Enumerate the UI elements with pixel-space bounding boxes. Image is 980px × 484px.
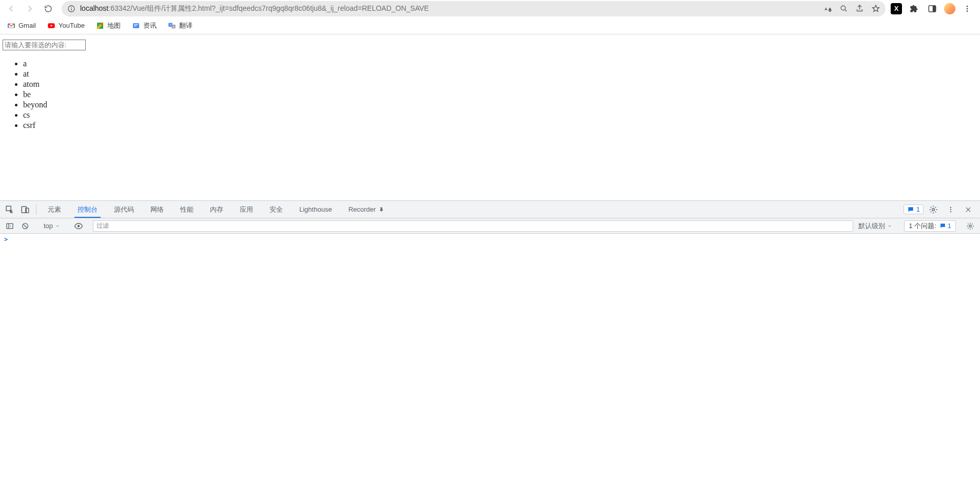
context-selector[interactable]: top xyxy=(40,222,64,230)
forward-button[interactable] xyxy=(22,2,38,16)
zoom-icon[interactable] xyxy=(839,4,848,13)
side-panel-icon xyxy=(928,4,937,13)
eye-icon xyxy=(74,221,83,231)
bookmark-label: YouTube xyxy=(59,22,85,29)
issues-count: 1 xyxy=(948,222,951,230)
devtools-close-button[interactable] xyxy=(960,206,976,213)
svg-point-8 xyxy=(967,8,968,9)
chevron-down-icon xyxy=(55,224,60,229)
bookmark-label: 资讯 xyxy=(143,21,157,30)
tab-lighthouse[interactable]: Lighthouse xyxy=(291,201,340,218)
device-icon xyxy=(21,205,30,214)
chevron-down-icon xyxy=(887,224,892,229)
bookmark-maps[interactable]: 地图 xyxy=(96,21,121,30)
inspect-icon xyxy=(5,205,14,214)
context-label: top xyxy=(44,222,53,230)
tab-memory[interactable]: 内存 xyxy=(202,201,232,218)
console-toolbar: top 过滤 默认级别 1 个问题: 1 xyxy=(0,218,980,234)
reload-button[interactable] xyxy=(40,2,56,16)
browser-menu-button[interactable] xyxy=(960,2,974,15)
issues-label: 1 个问题: xyxy=(909,221,936,231)
gear-icon xyxy=(966,222,974,230)
svg-point-12 xyxy=(101,23,103,25)
reload-icon xyxy=(44,4,53,13)
gmail-icon xyxy=(7,22,15,30)
svg-text:A: A xyxy=(172,25,175,28)
chat-icon xyxy=(939,222,946,229)
svg-point-1 xyxy=(71,7,72,8)
site-info-icon[interactable] xyxy=(67,4,76,13)
address-bar[interactable]: localhost:63342/Vue/组件/计算属性2.html?_ijt=s… xyxy=(62,1,886,16)
share-icon[interactable] xyxy=(855,4,864,13)
list-item: beyond xyxy=(23,100,977,110)
live-expression-button[interactable] xyxy=(71,221,86,231)
svg-point-7 xyxy=(967,6,968,7)
tab-security[interactable]: 安全 xyxy=(261,201,291,218)
extensions-row: X xyxy=(891,2,977,15)
console-sidebar-toggle[interactable] xyxy=(2,222,17,230)
back-button[interactable] xyxy=(3,2,20,16)
tab-console[interactable]: 控制台 xyxy=(69,201,106,218)
arrow-right-icon xyxy=(25,4,34,13)
items-list: a at atom be beyond cs csrf xyxy=(23,59,977,131)
chat-icon xyxy=(907,206,914,213)
bookmark-news[interactable]: 资讯 xyxy=(132,21,157,30)
console-prompt: > xyxy=(4,236,8,243)
bookmark-translate[interactable]: 文A 翻译 xyxy=(168,21,193,30)
clear-console-button[interactable] xyxy=(17,222,33,230)
tab-performance[interactable]: 性能 xyxy=(172,201,202,218)
gear-icon xyxy=(929,205,938,214)
profile-avatar[interactable] xyxy=(944,3,955,14)
console-settings-button[interactable] xyxy=(963,222,978,230)
device-toggle-button[interactable] xyxy=(17,205,33,214)
filter-input[interactable] xyxy=(3,40,86,50)
tab-recorder[interactable]: Recorder xyxy=(340,201,392,218)
devtools-settings-button[interactable] xyxy=(926,205,941,214)
address-path: :63342/Vue/组件/计算属性2.html?_ijt=sdfqeedcs7… xyxy=(108,4,429,12)
issues-summary[interactable]: 1 个问题: 1 xyxy=(904,220,956,232)
svg-point-29 xyxy=(78,225,80,227)
devtools-menu-button[interactable] xyxy=(943,206,958,213)
side-panel-button[interactable] xyxy=(926,2,939,15)
svg-rect-6 xyxy=(933,6,936,12)
svg-line-4 xyxy=(845,10,847,12)
console-body[interactable]: > xyxy=(0,234,980,484)
sidebar-icon xyxy=(6,222,14,230)
browser-toolbar: localhost:63342/Vue/组件/计算属性2.html?_ijt=s… xyxy=(0,0,980,17)
bookmark-gmail[interactable]: Gmail xyxy=(7,22,36,30)
extension-x-icon[interactable]: X xyxy=(891,3,902,14)
svg-point-26 xyxy=(950,211,951,212)
list-item: cs xyxy=(23,110,977,120)
extensions-button[interactable] xyxy=(907,2,920,15)
inspect-element-button[interactable] xyxy=(2,205,17,214)
tab-network[interactable]: 网络 xyxy=(142,201,172,218)
devtools-tabs: 元素 控制台 源代码 网络 性能 内存 应用 安全 Lighthouse Rec… xyxy=(0,201,980,218)
maps-icon xyxy=(96,22,104,30)
bookmark-youtube[interactable]: YouTube xyxy=(47,22,85,30)
tab-application[interactable]: 应用 xyxy=(232,201,261,218)
star-icon[interactable] xyxy=(871,4,880,13)
list-item: atom xyxy=(23,79,977,89)
list-item: csrf xyxy=(23,120,977,131)
list-item: a xyxy=(23,59,977,69)
arrow-left-icon xyxy=(7,4,16,13)
translate-icon[interactable] xyxy=(823,4,832,13)
svg-point-25 xyxy=(950,209,951,210)
svg-rect-14 xyxy=(134,24,138,25)
pin-icon xyxy=(378,207,384,213)
translate-bm-icon: 文A xyxy=(168,22,176,30)
svg-point-3 xyxy=(841,6,846,10)
tab-recorder-label: Recorder xyxy=(349,206,376,213)
bookmark-label: 地图 xyxy=(107,21,121,30)
bookmark-label: Gmail xyxy=(18,22,36,29)
tab-elements[interactable]: 元素 xyxy=(40,201,69,218)
youtube-icon xyxy=(47,22,55,30)
issues-badge[interactable]: 1 xyxy=(904,204,924,214)
console-filter-input[interactable]: 过滤 xyxy=(93,220,853,232)
clear-icon xyxy=(21,222,29,230)
page-content: a at atom be beyond cs csrf xyxy=(0,34,980,200)
address-actions xyxy=(823,4,880,13)
tab-sources[interactable]: 源代码 xyxy=(106,201,142,218)
log-level-selector[interactable]: 默认级别 xyxy=(853,221,897,231)
close-icon xyxy=(965,206,972,213)
